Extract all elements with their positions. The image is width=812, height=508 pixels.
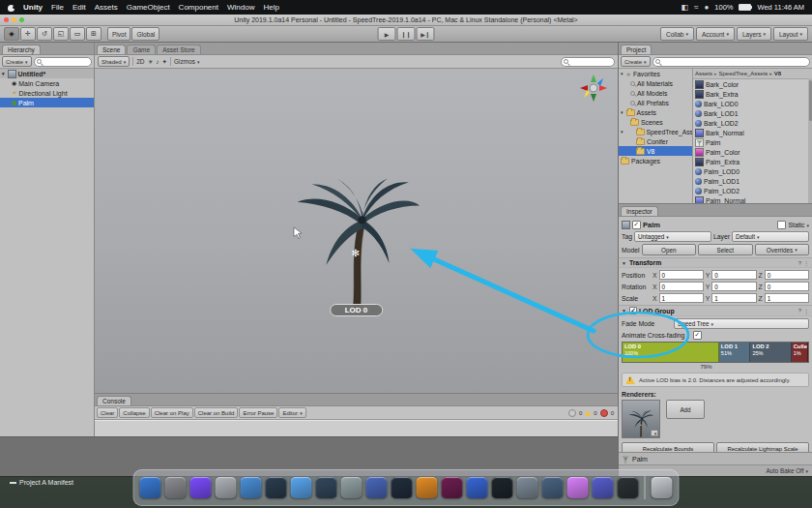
folder-v8[interactable]: V8	[619, 146, 692, 156]
renderer-options-icon[interactable]	[651, 430, 658, 436]
menu-assets[interactable]: Assets	[95, 3, 118, 12]
move-tool-button[interactable]: ✛	[20, 27, 36, 41]
renderer-thumbnail[interactable]	[622, 400, 660, 438]
tab-scene[interactable]: Scene	[97, 45, 126, 54]
animate-crossfading-checkbox[interactable]	[693, 331, 702, 340]
lod1-segment[interactable]: LOD 151%	[719, 343, 751, 362]
file-row-Palm_Color[interactable]: Palm_Color	[693, 147, 812, 157]
desktop-window-label[interactable]: Project A Manifest	[10, 479, 73, 486]
file-row-Palm_LOD0[interactable]: Palm_LOD0	[693, 166, 812, 176]
help-icon[interactable]: ?	[798, 308, 801, 314]
shading-mode-dropdown[interactable]: Shaded	[98, 56, 130, 67]
scale-x-field[interactable]: 1	[659, 293, 704, 303]
zoom-window-button[interactable]	[19, 17, 24, 22]
position-y-field[interactable]: 0	[711, 270, 756, 280]
hierarchy-item-main-camera[interactable]: ◉ Main Camera	[0, 78, 94, 88]
2d-toggle[interactable]: 2D	[136, 58, 144, 65]
menu-window[interactable]: Window	[227, 3, 254, 12]
transform-tool-button[interactable]: ⊞	[86, 27, 102, 41]
gameobject-name-field[interactable]: Palm	[643, 221, 660, 229]
menu-component[interactable]: Component	[179, 3, 218, 12]
rect-tool-button[interactable]: ▭	[70, 27, 85, 41]
dock-icon-app-13[interactable]	[542, 477, 564, 498]
lod0-segment[interactable]: LOD 0100%	[623, 343, 719, 362]
folder-conifer[interactable]: Conifer	[619, 136, 692, 146]
file-row-Palm_LOD1[interactable]: Palm_LOD1	[693, 176, 812, 186]
error-icon[interactable]	[600, 409, 608, 417]
dock-icon-launchpad[interactable]	[216, 477, 237, 498]
breadcrumb-v8[interactable]: V8	[768, 71, 781, 76]
rotate-tool-button[interactable]: ↺	[37, 27, 52, 41]
warning-icon[interactable]	[585, 410, 591, 416]
rotation-y-field[interactable]: 0	[711, 282, 756, 291]
active-checkbox[interactable]	[632, 221, 641, 229]
layout-dropdown[interactable]: Layout	[773, 27, 808, 41]
scale-z-field[interactable]: 1	[765, 293, 809, 303]
file-row-Palm_Normal[interactable]: Palm_Normal	[693, 195, 812, 203]
menu-edit[interactable]: Edit	[72, 3, 86, 12]
display-icon[interactable]: ◧	[682, 3, 689, 12]
dock-icon-app-14[interactable]	[567, 477, 589, 498]
layer-dropdown[interactable]: Default	[732, 231, 809, 242]
tab-project[interactable]: Project	[621, 45, 652, 54]
console-error-pause-button[interactable]: Error Pause	[239, 407, 277, 418]
file-row-Palm_LOD2[interactable]: Palm_LOD2	[693, 186, 812, 195]
tab-asset-store[interactable]: Asset Store	[157, 45, 201, 54]
fade-mode-dropdown[interactable]: Speed Tree	[674, 318, 809, 329]
lod-bar[interactable]: LOD 0100% LOD 151% LOD 225% Culled1%	[622, 342, 809, 363]
model-select-button[interactable]: Select	[698, 244, 753, 255]
console-clear-button[interactable]: Clear	[97, 407, 118, 418]
favorite-all-prefabs[interactable]: All Prefabs	[619, 98, 692, 107]
hierarchy-create-dropdown[interactable]: Create	[2, 56, 32, 67]
dock-icon-app-3[interactable]	[266, 477, 287, 498]
position-x-field[interactable]: 0	[659, 270, 704, 280]
scale-y-field[interactable]: 1	[711, 293, 756, 303]
global-toggle-button[interactable]: Global	[131, 27, 160, 41]
favorite-all-materials[interactable]: All Materials	[619, 78, 692, 88]
console-clear-on-play-button[interactable]: Clear on Play	[151, 407, 193, 418]
collab-dropdown[interactable]: Collab	[660, 27, 694, 41]
dock-icon-app-15[interactable]	[593, 477, 614, 498]
lod2-segment[interactable]: LOD 225%	[750, 343, 791, 362]
tab-hierarchy[interactable]: Hierarchy	[2, 45, 41, 54]
model-overrides-dropdown[interactable]: Overrides	[755, 244, 810, 255]
gizmos-dropdown[interactable]: Gizmos	[174, 58, 200, 65]
wifi-icon[interactable]: ≈	[694, 3, 698, 12]
window-titlebar[interactable]: Unity 2019.1.0a14 Personal - Untitled - …	[0, 15, 812, 26]
lod-group-section-header[interactable]: LOD Group ?⋮	[619, 305, 812, 316]
account-dropdown[interactable]: Account	[696, 27, 735, 41]
hand-tool-button[interactable]: ◈	[4, 27, 19, 41]
file-row-Bark_LOD2[interactable]: Bark_LOD2	[693, 118, 812, 128]
file-row-Bark_Normal[interactable]: Bark_Normal	[693, 128, 812, 137]
console-clear-on-build-button[interactable]: Clear on Build	[194, 407, 239, 418]
file-row-Bark_Color[interactable]: Bark_Color	[693, 79, 812, 89]
tag-dropdown[interactable]: Untagged	[634, 231, 711, 242]
dock-icon-app-1[interactable]	[165, 477, 187, 498]
dock-icon-app-11[interactable]	[492, 477, 513, 498]
tab-console[interactable]: Console	[97, 396, 131, 405]
scene-search-input[interactable]	[561, 57, 615, 67]
project-scrollbar[interactable]	[808, 78, 812, 203]
scene-effects-icon[interactable]: ✦	[162, 58, 167, 66]
file-row-Bark_Extra[interactable]: Bark_Extra	[693, 89, 812, 99]
rotation-z-field[interactable]: 0	[765, 282, 809, 291]
scene-orientation-gizmo[interactable]	[577, 72, 610, 105]
breadcrumb-assets[interactable]: Assets	[695, 71, 712, 76]
menubar-clock[interactable]: Wed 11:46 AM	[757, 3, 804, 12]
favorite-all-models[interactable]: All Models	[619, 88, 692, 98]
recalculate-bounds-button[interactable]: Recalculate Bounds	[622, 442, 714, 452]
dock-icon-app-2[interactable]	[241, 477, 262, 498]
favorites-folder[interactable]: ★Favorites	[619, 69, 692, 78]
hierarchy-scene-row[interactable]: Untitled*	[0, 69, 94, 78]
file-row-Bark_LOD1[interactable]: Bark_LOD1	[693, 108, 812, 118]
dock-icon-app-4[interactable]	[316, 477, 337, 498]
apple-menu-icon[interactable]	[8, 4, 14, 12]
pause-button[interactable]: ❙❙	[397, 27, 416, 41]
recalculate-lightmap-button[interactable]: Recalculate Lightmap Scale	[716, 442, 809, 452]
scene-viewport[interactable]: LOD 0	[95, 69, 618, 393]
console-log-area[interactable]	[95, 420, 618, 436]
hierarchy-item-palm[interactable]: Palm	[0, 98, 94, 107]
dock-icon-app-7[interactable]	[392, 477, 413, 498]
dock-icon-unity[interactable]	[618, 477, 639, 498]
lod-group-enabled-checkbox[interactable]	[629, 307, 637, 314]
